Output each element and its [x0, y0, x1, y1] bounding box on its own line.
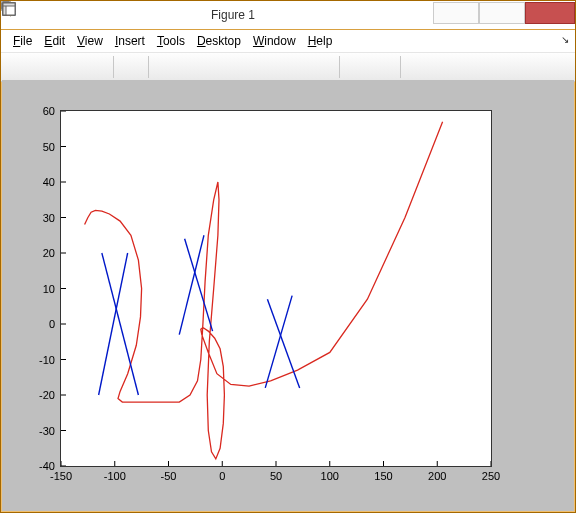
- svg-line-64: [185, 239, 213, 331]
- menu-file[interactable]: File: [7, 32, 38, 50]
- window-title: Figure 1: [33, 8, 433, 22]
- maximize-button[interactable]: [479, 2, 525, 24]
- rotate3d-button[interactable]: [232, 55, 256, 79]
- show-plot-tools-button[interactable]: [432, 55, 456, 79]
- xtick-label: 200: [428, 470, 446, 482]
- zoom-out-button[interactable]: [180, 55, 204, 79]
- axes[interactable]: -40-30-20-100102030405060 -150-100-50050…: [60, 110, 492, 467]
- plot-canvas: [61, 111, 491, 466]
- menu-insert[interactable]: Insert: [109, 32, 151, 50]
- menu-view[interactable]: View: [71, 32, 109, 50]
- hide-plot-tools-button[interactable]: [406, 55, 430, 79]
- menu-help[interactable]: Help: [302, 32, 339, 50]
- menubar: File Edit View Insert Tools Desktop Wind…: [1, 30, 575, 53]
- colorbar-button[interactable]: [345, 55, 369, 79]
- ytick-label: 0: [49, 318, 55, 330]
- ytick-label: -30: [39, 425, 55, 437]
- link-button[interactable]: [310, 55, 334, 79]
- svg-line-66: [267, 299, 299, 388]
- brush-button[interactable]: [284, 55, 308, 79]
- xtick-label: -150: [50, 470, 72, 482]
- ytick-label: 20: [43, 247, 55, 259]
- ytick-label: 40: [43, 176, 55, 188]
- menu-desktop[interactable]: Desktop: [191, 32, 247, 50]
- xtick-label: 100: [321, 470, 339, 482]
- ytick-label: 60: [43, 105, 55, 117]
- xtick-label: 150: [374, 470, 392, 482]
- ytick-label: 10: [43, 283, 55, 295]
- pan-button[interactable]: [206, 55, 230, 79]
- minimize-button[interactable]: [433, 2, 479, 24]
- print-button[interactable]: [84, 55, 108, 79]
- ytick-label: 30: [43, 212, 55, 224]
- open-button[interactable]: [32, 55, 56, 79]
- ytick-label: 50: [43, 141, 55, 153]
- xtick-label: -50: [161, 470, 177, 482]
- xtick-label: 50: [270, 470, 282, 482]
- data-cursor-button[interactable]: [258, 55, 282, 79]
- menu-window[interactable]: Window: [247, 32, 302, 50]
- xtick-label: 250: [482, 470, 500, 482]
- menu-tools[interactable]: Tools: [151, 32, 191, 50]
- svg-line-61: [99, 253, 128, 395]
- svg-rect-40: [3, 3, 15, 6]
- zoom-in-button[interactable]: [154, 55, 178, 79]
- svg-line-62: [102, 253, 139, 395]
- toolbar: [1, 53, 575, 82]
- figure-client-area: -40-30-20-100102030405060 -150-100-50050…: [2, 80, 574, 511]
- svg-line-63: [179, 235, 204, 334]
- new-figure-button[interactable]: [6, 55, 30, 79]
- edit-plot-button[interactable]: [119, 55, 143, 79]
- menu-edit[interactable]: Edit: [38, 32, 71, 50]
- xtick-label: 0: [219, 470, 225, 482]
- dock-button[interactable]: ↘: [561, 34, 569, 45]
- ytick-label: -20: [39, 389, 55, 401]
- legend-button[interactable]: [371, 55, 395, 79]
- ytick-label: -10: [39, 354, 55, 366]
- close-button[interactable]: [525, 2, 575, 24]
- xtick-label: -100: [104, 470, 126, 482]
- titlebar: Figure 1: [1, 1, 575, 30]
- save-button[interactable]: [58, 55, 82, 79]
